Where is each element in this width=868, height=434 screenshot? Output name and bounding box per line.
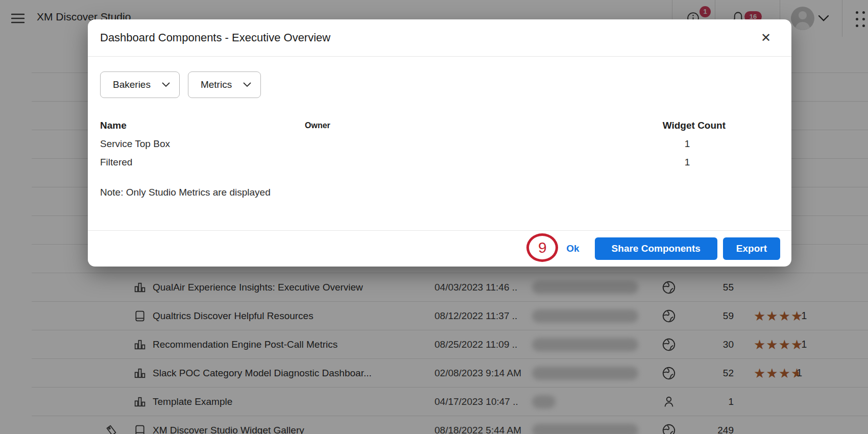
- column-header-name: Name: [100, 120, 305, 131]
- group-select[interactable]: Bakeries: [100, 71, 180, 98]
- group-select-value: Bakeries: [113, 79, 151, 90]
- chevron-down-icon: [162, 82, 170, 87]
- column-header-owner: Owner: [305, 121, 649, 130]
- table-row: Service Top Box 1: [100, 135, 726, 153]
- close-icon[interactable]: ✕: [758, 30, 774, 46]
- table-row: Filtered 1: [100, 153, 726, 172]
- component-name: Filtered: [100, 157, 305, 168]
- component-name: Service Top Box: [100, 138, 305, 150]
- widget-count: 1: [649, 157, 726, 168]
- component-type-value: Metrics: [201, 79, 232, 90]
- note-text: Note: Only Studio Metrics are displayed: [100, 187, 791, 198]
- column-header-widget-count: Widget Count: [649, 120, 726, 131]
- chevron-down-icon: [243, 82, 251, 87]
- share-components-button[interactable]: Share Components: [595, 237, 717, 260]
- modal-filters: Bakeries Metrics: [100, 71, 791, 98]
- modal-title: Dashboard Components - Executive Overvie…: [100, 19, 330, 56]
- widget-count: 1: [649, 138, 726, 150]
- dashboard-components-modal: Dashboard Components - Executive Overvie…: [88, 19, 791, 267]
- components-table-header: Name Owner Widget Count: [100, 116, 726, 135]
- modal-footer: 9 Ok Share Components Export: [88, 230, 791, 267]
- export-button[interactable]: Export: [723, 237, 780, 260]
- component-type-select[interactable]: Metrics: [188, 71, 261, 98]
- annotation-circle-9: 9: [526, 233, 558, 262]
- ok-button[interactable]: Ok: [566, 243, 579, 254]
- components-table: Name Owner Widget Count Service Top Box …: [100, 116, 726, 172]
- modal-header: Dashboard Components - Executive Overvie…: [88, 19, 791, 57]
